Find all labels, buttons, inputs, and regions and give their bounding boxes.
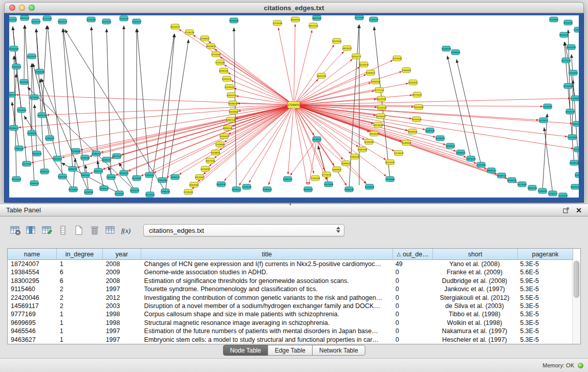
float-window-icon[interactable] bbox=[563, 207, 570, 213]
table-cell-year[interactable]: 2012 bbox=[103, 294, 141, 302]
table-cell-in_degree[interactable]: 2 bbox=[57, 294, 103, 302]
graph-node[interactable]: 13990217 bbox=[170, 174, 180, 180]
zoom-button[interactable] bbox=[29, 5, 35, 11]
graph-node[interactable]: 16648794 bbox=[442, 46, 451, 51]
table-cell-name[interactable]: 9777169 bbox=[8, 310, 57, 318]
graph-node[interactable]: 12351674 bbox=[222, 76, 232, 81]
table-cell-in_degree[interactable]: 2 bbox=[57, 285, 103, 293]
table-cell-in_degree[interactable]: 1 bbox=[57, 310, 103, 318]
table-cell-title[interactable]: Tourette syndrome. Phenomenology and cla… bbox=[141, 285, 393, 293]
table-cell-out_de[interactable]: 0 bbox=[393, 277, 432, 285]
table-row[interactable]: 1830029562008Estimation of significance … bbox=[8, 277, 572, 285]
table-cell-title[interactable]: Changes of HCN gene expression and I(f) … bbox=[141, 260, 393, 268]
graph-node[interactable]: 12424581 bbox=[549, 17, 559, 22]
graph-node[interactable]: 17205114 bbox=[145, 172, 155, 178]
graph-node[interactable]: 11015463 bbox=[86, 17, 96, 22]
graph-node[interactable]: 15474010 bbox=[332, 38, 342, 43]
graph-node[interactable]: 18293107 bbox=[446, 143, 455, 148]
table-cell-short[interactable]: Yano et al. (2008) bbox=[432, 260, 517, 268]
graph-node[interactable]: 10258134 bbox=[84, 189, 94, 194]
tab-edge-table[interactable]: Edge Table bbox=[268, 345, 313, 356]
graph-node[interactable]: 10996517 bbox=[341, 161, 351, 166]
graph-node[interactable]: 19245012 bbox=[232, 187, 242, 192]
graph-node[interactable]: 16940233 bbox=[507, 178, 517, 183]
graph-node[interactable]: 18677314 bbox=[112, 154, 122, 159]
table-cell-in_degree[interactable]: 1 bbox=[57, 260, 103, 268]
graph-node[interactable]: 18313074 bbox=[170, 24, 180, 29]
graph-node[interactable]: 12482115 bbox=[283, 177, 293, 182]
table-cell-name[interactable]: 9699695 bbox=[8, 319, 57, 327]
table-cell-name[interactable]: 9463627 bbox=[8, 336, 57, 344]
table-cell-title[interactable]: Estimation of significance thresholds fo… bbox=[141, 277, 393, 285]
column-header-short[interactable]: short bbox=[433, 249, 518, 260]
graph-node[interactable]: 16714850 bbox=[69, 187, 78, 192]
column-header-name[interactable]: name bbox=[8, 249, 57, 260]
graph-node[interactable]: 10980157 bbox=[92, 151, 101, 156]
table-cell-in_degree[interactable]: 1 bbox=[57, 319, 103, 327]
graph-node[interactable]: 11940225 bbox=[68, 166, 78, 171]
table-cell-title[interactable]: Investigating the contribution of common… bbox=[141, 294, 393, 302]
graph-node[interactable]: 11663342 bbox=[371, 79, 381, 84]
graph-node[interactable]: 14569201 bbox=[19, 79, 29, 84]
table-cell-pagerank[interactable]: 5.3E-5 bbox=[517, 319, 572, 327]
table-cell-short[interactable]: Nakamura et al. (1997) bbox=[432, 327, 517, 335]
close-panel-icon[interactable]: ✕ bbox=[576, 207, 582, 214]
table-cell-out_de[interactable]: 0 bbox=[393, 285, 432, 293]
table-row[interactable]: 1938455462009Genome-wide association stu… bbox=[8, 268, 572, 276]
graph-node[interactable]: 13594082 bbox=[543, 104, 553, 109]
graph-node[interactable]: 17264118 bbox=[311, 176, 320, 181]
graph-node[interactable]: 19114587 bbox=[106, 174, 116, 180]
graph-node[interactable]: 18020449 bbox=[12, 177, 21, 182]
graph-node[interactable]: 15786122 bbox=[548, 191, 558, 196]
table-row[interactable]: 946362711997Embryonic stem cells: a mode… bbox=[8, 336, 572, 344]
graph-node[interactable]: 12125439 bbox=[273, 20, 282, 26]
graph-node[interactable]: 10234117 bbox=[220, 134, 229, 139]
graph-node[interactable]: 10944362 bbox=[189, 182, 199, 187]
graph-node[interactable]: 18271940 bbox=[561, 58, 571, 63]
table-cell-name[interactable]: 18300295 bbox=[8, 277, 57, 285]
table-cell-pagerank[interactable]: 5.3E-5 bbox=[517, 302, 572, 310]
graph-node[interactable]: 15148451 bbox=[312, 137, 322, 142]
table-cell-in_degree[interactable]: 6 bbox=[57, 268, 103, 276]
graph-node[interactable]: 10799344 bbox=[435, 136, 445, 141]
graph-node[interactable]: 14616427 bbox=[369, 131, 379, 136]
graph-node[interactable]: 16162615 bbox=[359, 62, 369, 67]
table-cell-year[interactable]: 1997 bbox=[103, 327, 141, 335]
graph-node[interactable]: 11864530 bbox=[158, 178, 167, 183]
graph-node[interactable]: 12874018 bbox=[20, 15, 30, 20]
table-row[interactable]: 1872400712008Changes of HCN gene express… bbox=[8, 260, 572, 268]
column-header-year[interactable]: year bbox=[103, 249, 141, 260]
table-row[interactable]: 1456911722003Disruption of a novel membe… bbox=[8, 302, 572, 310]
graph-node[interactable]: 17135278 bbox=[185, 30, 194, 35]
graph-node[interactable]: 15021531 bbox=[9, 17, 17, 22]
graph-node[interactable]: 15266040 bbox=[71, 148, 81, 154]
graph-node[interactable]: 19613703 bbox=[309, 23, 318, 28]
table-cell-title[interactable]: Estimation of the future numbers of pati… bbox=[141, 327, 393, 335]
graph-node[interactable]: 10643201 bbox=[119, 170, 129, 176]
table-row[interactable]: 911546021997Tourette syndrome. Phenomeno… bbox=[8, 285, 572, 293]
graph-node[interactable]: 12754341 bbox=[211, 52, 221, 57]
graph-node[interactable]: 11120934 bbox=[145, 192, 155, 197]
graph-node[interactable]: 12936450 bbox=[456, 150, 466, 155]
graph-node[interactable]: 14370194 bbox=[102, 19, 112, 24]
table-cell-out_de[interactable]: 49 bbox=[393, 260, 432, 268]
column-header-pagerank[interactable]: pagerank bbox=[518, 249, 573, 260]
graph-node[interactable]: 11437925 bbox=[476, 162, 486, 167]
graph-node[interactable]: 12754410 bbox=[322, 172, 332, 177]
table-cell-pagerank[interactable]: 5.3E-5 bbox=[517, 327, 572, 335]
table-cell-title[interactable]: Structural magnetic resonance image aver… bbox=[141, 319, 393, 327]
graph-node[interactable]: 15854021 bbox=[350, 154, 360, 159]
graph-node[interactable]: 19304157 bbox=[565, 109, 575, 114]
graph-node[interactable]: 15532078 bbox=[130, 188, 140, 193]
graph-node[interactable]: 12089463 bbox=[451, 50, 461, 55]
graph-node[interactable]: 12867103 bbox=[226, 117, 236, 122]
graph-node[interactable]: 15849311 bbox=[332, 167, 342, 172]
graph-node[interactable]: 12075461 bbox=[517, 182, 527, 187]
graph-node[interactable]: 15618302 bbox=[229, 109, 238, 114]
table-cell-out_de[interactable]: 0 bbox=[393, 327, 432, 335]
graph-node[interactable]: 13220172 bbox=[352, 54, 361, 59]
graph-node[interactable]: 18664190 bbox=[528, 185, 537, 190]
table-cell-name[interactable]: 9465546 bbox=[8, 327, 57, 335]
graph-node[interactable]: 17804152 bbox=[119, 16, 129, 21]
graph-node[interactable]: 18228009 bbox=[229, 18, 239, 23]
